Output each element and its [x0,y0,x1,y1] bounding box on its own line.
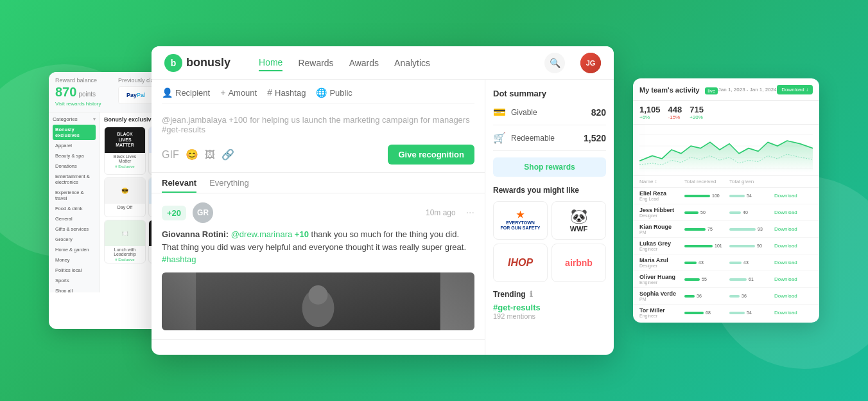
table-row: Tor MillerEngineer 68 54 Download [633,305,819,321]
emoji-btn[interactable]: 😊 [186,148,198,161]
category-home[interactable]: Home & garden [53,245,96,254]
category-donations[interactable]: Donations [53,161,96,171]
reward-wwf[interactable]: 🐼 WWF [551,201,606,240]
download-link[interactable]: Download [774,193,813,199]
download-link[interactable]: Download [774,276,813,282]
give-recognition-button[interactable]: Give recognition [388,145,474,165]
post-hashtag[interactable]: #hashtag [162,254,196,264]
stat-given: 715 +20% [690,105,704,120]
stat-received-value: 448 [668,105,682,114]
paypal-brand[interactable]: PayPal [118,86,153,104]
nav-rewards[interactable]: Rewards [298,55,333,71]
logo: b bonusly [164,54,230,72]
balance-unit: points [78,91,96,98]
givable-icon: 💳 [493,106,506,118]
analytics-date-range: Jan 1, 2023 - Jan 1, 2024 [718,87,777,93]
recipient-btn[interactable]: 👤 Recipient [162,87,210,98]
image-btn[interactable]: 🖼 [205,149,215,161]
analytics-header: My team's activity live Jan 1, 2023 - Ja… [633,78,819,101]
tab-relevant[interactable]: Relevant [162,178,196,193]
trending-info-icon[interactable]: ℹ [530,290,533,299]
download-link[interactable]: Download [774,226,813,232]
download-link[interactable]: Download [774,310,813,316]
search-button[interactable]: 🔍 [544,53,565,73]
hashtag-btn[interactable]: # Hashtag [267,87,306,98]
feed-tabs: Relevant Everything [152,173,485,193]
category-experience[interactable]: Experience & travel [53,188,96,203]
category-politics[interactable]: Politics local [53,265,96,275]
shop-rewards-button[interactable]: Shop rewards [493,157,606,177]
post-points: +20 [162,206,186,220]
reward-airbnb[interactable]: airbnb [551,244,606,282]
analytics-stats: 1,105 +6% 448 -15% 715 +20% [633,101,819,125]
download-link[interactable]: Download [774,260,813,265]
post-author-avatar: GR [193,202,213,223]
reward-ihop[interactable]: IHOP [493,244,548,282]
list-item[interactable]: 😎 Day Off [104,177,146,217]
category-apparel[interactable]: Apparel [53,141,96,150]
nav-awards[interactable]: Awards [349,55,379,71]
nav-analytics[interactable]: Analytics [394,55,430,71]
screenshots-wrapper: Reward balance 870 points Visit rewards … [49,33,819,368]
download-link[interactable]: Download [774,243,813,249]
balance-label: Reward balance [55,77,101,84]
category-beauty-spa[interactable]: Beauty & spa [53,151,96,161]
category-bonusly-exclusives[interactable]: Bonusly exclusives [53,125,96,140]
category-entertainment[interactable]: Entertainment & electronics [53,172,96,187]
main-nav: b bonusly Home Rewards Awards Analytics … [152,46,614,80]
stat-given-value: 715 [690,105,704,114]
table-row: Lukas GreyEngineer 101 90 Download [633,238,819,254]
dot-summary-title: Dot summary [493,89,606,98]
logo-icon: b [164,54,182,72]
list-item[interactable]: 🍽️ Lunch with Leadership # Exclusive [104,220,146,263]
stat-received-change: -15% [668,114,682,120]
analytics-live-badge: live [705,87,718,94]
link-btn[interactable]: 🔗 [221,148,234,161]
chart-svg: Jan 2023 Mar May Jul Sep Nov [639,127,813,172]
category-gifts[interactable]: Gifts & services [53,224,96,234]
analytics-download-btn[interactable]: Download ↓ [777,85,813,94]
logo-text: bonusly [186,56,230,69]
trending-title: Trending ℹ [493,290,606,299]
th-given: Total given [729,179,774,184]
redeemable-value: 1,520 [584,133,606,143]
download-link[interactable]: Download [774,209,813,215]
analytics-title-group: My team's activity live [639,84,718,95]
th-name: Name ↕ [639,179,684,184]
reward-everytown[interactable]: ★ EVERYTOWNFOR GUN SAFETY [493,201,548,240]
svg-point-3 [309,285,328,305]
everytown-logo: ★ EVERYTOWNFOR GUN SAFETY [501,209,541,231]
list-item[interactable]: BLACKLIVESMATTER Black Lives Matter # Ex… [104,127,146,175]
post-menu-btn[interactable]: ··· [466,207,474,218]
visit-history-link[interactable]: Visit rewards history [55,101,101,107]
analytics-panel: My team's activity live Jan 1, 2023 - Ja… [633,78,819,323]
download-link[interactable]: Download [774,293,813,299]
main-content: 👤 Recipient + Amount # Hashtag 🌐 [152,80,614,355]
categories-sidebar: Categories ▾ Bonusly exclusives Apparel … [49,112,100,292]
tab-everything[interactable]: Everything [209,178,248,193]
category-money[interactable]: Money [53,255,96,265]
analytics-table: Name ↕ Total received Total given Eliel … [633,176,819,323]
post-mention[interactable]: @drew.marinara [231,229,293,239]
nav-home[interactable]: Home [259,55,282,71]
category-grocery[interactable]: Grocery [53,235,96,244]
table-header: Name ↕ Total received Total given [633,176,819,188]
gif-btn[interactable]: GIF [162,149,179,161]
category-shop-all[interactable]: Shop all [53,286,96,292]
main-app-panel: b bonusly Home Rewards Awards Analytics … [152,46,614,355]
public-btn[interactable]: 🌐 Public [316,87,352,98]
table-row: Oliver HuangEngineer 55 61 Download [633,271,819,288]
compose-box: 👤 Recipient + Amount # Hashtag 🌐 [152,80,485,173]
givable-value: 820 [591,107,606,118]
table-row: Sophia VerdePM 36 36 Download [633,288,819,305]
category-general[interactable]: General [53,214,96,224]
category-sports[interactable]: Sports [53,276,96,285]
table-row: Eliel RezaEng Lead 100 54 Download [633,188,819,204]
trending-count: 192 mentions [493,312,606,320]
category-food[interactable]: Food & drink [53,204,96,213]
amount-btn[interactable]: + Amount [220,87,257,98]
trending-hashtag[interactable]: #get-results [493,303,606,312]
redeemable-label: Redeemable [511,134,578,143]
table-row: Jess HibbertDesigner 50 40 Download [633,204,819,221]
user-avatar[interactable]: JG [580,53,601,73]
